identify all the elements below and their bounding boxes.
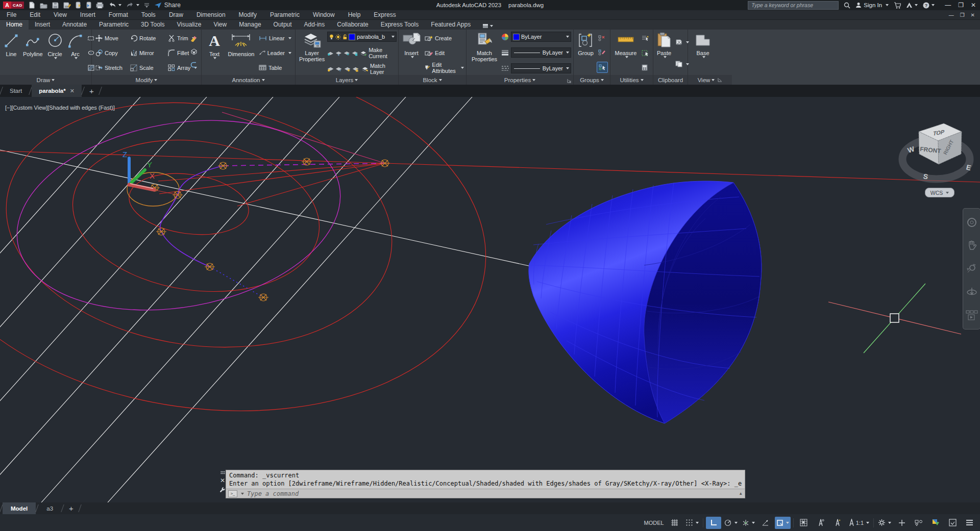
- menu-express[interactable]: Express: [367, 11, 402, 18]
- erase-button[interactable]: [188, 33, 199, 43]
- tab-3d-tools[interactable]: 3D Tools: [135, 20, 170, 30]
- grid-display-button[interactable]: [667, 517, 682, 529]
- object-snap-tracking-button[interactable]: [758, 517, 773, 529]
- overkill-button[interactable]: [188, 60, 199, 70]
- measure-button[interactable]: Measure: [612, 31, 639, 75]
- panel-label-groups[interactable]: Groups: [574, 75, 610, 85]
- line-button[interactable]: Line: [2, 31, 20, 75]
- scale-button[interactable]: Scale: [129, 63, 165, 73]
- tab-insert[interactable]: Insert: [29, 20, 56, 30]
- share-button[interactable]: Share: [154, 2, 181, 9]
- match-layer-button[interactable]: Match Layer: [361, 64, 397, 73]
- redo-icon[interactable]: [126, 2, 139, 8]
- pan-hand-icon[interactable]: [966, 240, 977, 251]
- save-icon[interactable]: [52, 2, 59, 9]
- base-button[interactable]: Base: [690, 31, 716, 75]
- menu-file[interactable]: File: [0, 11, 23, 18]
- help-search[interactable]: [748, 1, 839, 10]
- drag-grip-icon[interactable]: [220, 471, 225, 474]
- doc-minimize-button[interactable]: —: [949, 12, 954, 18]
- layer-unlock2-icon[interactable]: [352, 66, 359, 72]
- navigation-bar[interactable]: [963, 208, 980, 330]
- annotation-autoscale-button[interactable]: [830, 517, 845, 529]
- panel-label-layers[interactable]: Layers: [296, 75, 398, 85]
- menu-edit[interactable]: Edit: [23, 11, 47, 18]
- match-properties-button[interactable]: Match Properties: [469, 31, 500, 75]
- panel-label-block[interactable]: Block: [399, 75, 466, 85]
- minimize-button[interactable]: —: [945, 2, 951, 9]
- recent-commands-icon[interactable]: [241, 493, 244, 495]
- new-layout-button[interactable]: +: [64, 502, 79, 514]
- menu-tools[interactable]: Tools: [135, 11, 162, 18]
- tab-manage[interactable]: Manage: [233, 20, 267, 30]
- command-input[interactable]: [246, 490, 737, 498]
- tab-annotate[interactable]: Annotate: [56, 20, 93, 30]
- menu-insert[interactable]: Insert: [74, 11, 102, 18]
- layer-freeze-icon[interactable]: [344, 50, 350, 57]
- command-close-icon[interactable]: ✕: [220, 478, 225, 483]
- rotate-button[interactable]: Rotate: [129, 33, 165, 43]
- transparency-button[interactable]: [796, 517, 812, 529]
- crosshair-customize-button[interactable]: [894, 517, 910, 529]
- object-color-combo[interactable]: ByLayer: [511, 32, 571, 42]
- steering-wheel-icon[interactable]: [966, 217, 977, 228]
- panel-label-properties[interactable]: Properties: [467, 75, 573, 85]
- clean-screen-button[interactable]: [945, 517, 960, 529]
- snap-mode-button[interactable]: [684, 517, 700, 529]
- qat-customize-icon[interactable]: [144, 3, 150, 8]
- undo-icon[interactable]: [108, 2, 121, 8]
- viewcube[interactable]: W S E TOP FRONT RIGHT: [889, 116, 980, 187]
- command-input-row[interactable]: >_ ▲: [226, 489, 745, 498]
- make-current-button[interactable]: Make Current: [359, 48, 396, 58]
- polar-tracking-button[interactable]: [723, 517, 739, 529]
- circle-button[interactable]: Circle: [45, 31, 65, 75]
- workspace-switching-button[interactable]: [876, 517, 893, 529]
- layer-lock-icon[interactable]: [352, 50, 358, 57]
- insert-button[interactable]: Insert: [401, 31, 422, 75]
- tab-collaborate[interactable]: Collaborate: [331, 20, 374, 30]
- group-edit-button[interactable]: [597, 47, 608, 58]
- close-button[interactable]: ✕: [971, 2, 976, 9]
- group-button[interactable]: Group: [576, 31, 596, 75]
- drawing-canvas[interactable]: Z Y X: [0, 97, 980, 502]
- layout-tab-a3[interactable]: a3: [38, 502, 61, 514]
- table-button[interactable]: Table: [257, 63, 293, 73]
- plot-icon[interactable]: [96, 2, 104, 9]
- properties-panel-launcher[interactable]: [567, 79, 572, 83]
- layer-isolate-icon[interactable]: [335, 50, 342, 57]
- menu-help[interactable]: Help: [341, 11, 368, 18]
- tab-add-ins[interactable]: Add-ins: [298, 20, 331, 30]
- cart-icon[interactable]: [894, 2, 901, 9]
- layer-select-combo[interactable]: parabola_b: [327, 32, 397, 42]
- copy-button[interactable]: Copy: [94, 48, 128, 58]
- tab-featured-apps[interactable]: Featured Apps: [425, 20, 477, 30]
- annotation-scale-button[interactable]: 1:1: [847, 517, 871, 529]
- zoom-icon[interactable]: [966, 263, 977, 274]
- layer-on2-icon[interactable]: [327, 66, 334, 72]
- layer-properties-button[interactable]: Layer Properties: [298, 31, 326, 75]
- panel-label-utilities[interactable]: Utilities: [610, 75, 653, 85]
- panel-label-clipboard[interactable]: Clipboard: [653, 75, 688, 85]
- isometric-drafting-button[interactable]: [741, 517, 756, 529]
- panel-label-annotation[interactable]: Annotation: [202, 75, 295, 85]
- stretch-button[interactable]: Stretch: [94, 63, 128, 73]
- tab-parametric[interactable]: Parametric: [93, 20, 135, 30]
- search-icon[interactable]: [844, 2, 850, 9]
- menu-view[interactable]: View: [47, 11, 74, 18]
- view-panel-launcher[interactable]: [718, 78, 722, 82]
- tab-output[interactable]: Output: [267, 20, 298, 30]
- panel-label-draw[interactable]: Draw: [0, 75, 91, 85]
- open-from-mobile-icon[interactable]: [76, 2, 81, 9]
- layout-tab-model[interactable]: Model: [3, 502, 36, 514]
- menu-format[interactable]: Format: [102, 11, 135, 18]
- search-input[interactable]: [750, 2, 836, 9]
- command-prompt-icon[interactable]: >_: [228, 490, 237, 497]
- doc-restore-button[interactable]: ❐: [960, 12, 965, 18]
- menu-parametric[interactable]: Parametric: [263, 11, 306, 18]
- menu-draw[interactable]: Draw: [162, 11, 190, 18]
- command-expand-icon[interactable]: ▲: [739, 491, 743, 496]
- tab-view[interactable]: View: [207, 20, 233, 30]
- sign-in-button[interactable]: Sign In: [855, 2, 889, 8]
- linetype-combo[interactable]: ByLayer: [511, 63, 571, 73]
- explode-button[interactable]: [188, 46, 199, 57]
